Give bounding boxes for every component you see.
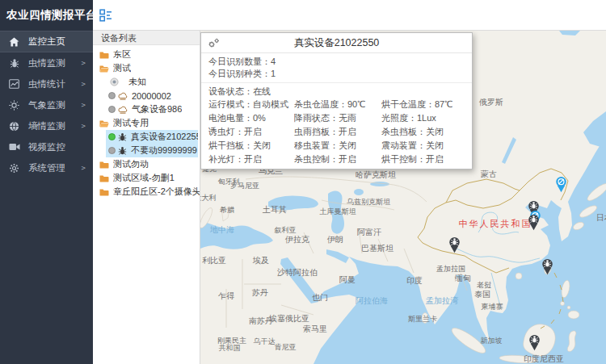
- popup-status-row: 设备状态：在线: [201, 86, 472, 98]
- chevron-right-icon: >: [82, 164, 86, 172]
- device-marker-insect[interactable]: [528, 214, 540, 231]
- sidebar-item-video-monitor[interactable]: 视频监控: [0, 136, 93, 157]
- tree-list-icon[interactable]: [99, 9, 112, 22]
- folder-closed-icon: [99, 174, 109, 182]
- weather-device-icon: [118, 105, 128, 114]
- popup-grid-row: 电池电量：0% 降雨状态：无雨 光照度：1Lux: [201, 111, 472, 125]
- home-icon: [8, 37, 20, 47]
- tree-label: 测试专用: [113, 117, 149, 129]
- tree-label: 测试勿动: [113, 158, 149, 170]
- gear-icon: [8, 163, 20, 174]
- popup-grid-cell: 烘干控制：开启: [381, 153, 465, 166]
- status-dot-offline: [108, 147, 116, 154]
- device-marker-insect[interactable]: [448, 236, 461, 253]
- sidebar-item-label: 系统管理: [28, 162, 82, 174]
- settings-gears-icon[interactable]: [208, 38, 220, 48]
- popup-grid-cell: 移虫装置：关闭: [294, 139, 381, 153]
- camera-icon: [8, 143, 20, 151]
- popup-grid-row: 运行模式：自动模式 杀虫仓温度：90℃ 烘干仓温度：87℃: [201, 98, 472, 111]
- status-dot-offline: [108, 92, 116, 99]
- popup-grid-cell: 烘干仓温度：87℃: [381, 98, 465, 111]
- popup-grid-cell: 震动装置：关闭: [381, 139, 465, 153]
- popup-grid-cell: 光照度：1Lux: [381, 111, 465, 125]
- popup-grid-cell: 杀虫控制：开启: [294, 153, 381, 166]
- weather-device-icon: [118, 91, 128, 100]
- insect-device-icon: [118, 132, 127, 142]
- tree-label: 气象设备986: [132, 103, 182, 115]
- sidebar-item-insect-monitor[interactable]: 虫情监测 >: [0, 52, 93, 73]
- sidebar-item-label: 墒情监测: [28, 120, 82, 132]
- chevron-right-icon: >: [82, 80, 86, 88]
- folder-closed-icon: [99, 188, 109, 196]
- sidebar-item-label: 视频监控: [28, 141, 86, 153]
- tree-device-unknown[interactable]: 未知: [93, 75, 200, 89]
- sidebar-menu: 监控主页 虫情监测 > 虫情统计 > 气象监测 >: [0, 31, 93, 178]
- sidebar-item-label: 监控主页: [28, 36, 86, 48]
- popup-summary-section: 今日识别数量：4 今日识别种类：1: [201, 53, 472, 83]
- stats-icon: [8, 79, 20, 89]
- tree-label: 章丘阳丘区-2个摄像头: [113, 186, 200, 198]
- tree-label: 东区: [113, 48, 131, 61]
- popup-detail-section: 设备状态：在线 运行模式：自动模式 杀虫仓温度：90℃ 烘干仓温度：87℃ 电池…: [201, 83, 472, 169]
- folder-closed-icon: [99, 51, 109, 59]
- tree-label: 测试区域-勿删1: [113, 172, 175, 184]
- tree-device-weather-986[interactable]: 气象设备986: [93, 103, 200, 116]
- device-marker-insect[interactable]: [528, 334, 541, 351]
- tree-folder-test-region[interactable]: 测试区域-勿删1: [93, 171, 200, 185]
- tree-label: 不要动99999999: [131, 144, 197, 157]
- tree-folder-test-special[interactable]: 测试专用: [93, 116, 200, 130]
- popup-grid-cell: 电池电量：0%: [208, 111, 294, 125]
- folder-open-icon: [99, 119, 109, 128]
- sun-icon: [8, 100, 20, 111]
- tree-label: 未知: [128, 76, 146, 88]
- sidebar-item-label: 虫情统计: [28, 78, 82, 90]
- bug-icon: [8, 58, 20, 69]
- app-title: 农业四情测报平台: [0, 0, 93, 31]
- popup-grid-row: 烘干挡板：关闭 移虫装置：关闭 震动装置：关闭: [201, 139, 472, 153]
- sidebar-item-soil-monitor[interactable]: 墒情监测 >: [0, 115, 93, 136]
- popup-grid-cell: 补光灯：开启: [208, 153, 294, 166]
- popup-grid-cell: 虫雨挡板：开启: [294, 125, 381, 139]
- chevron-right-icon: >: [82, 122, 86, 130]
- tree-device-20000002[interactable]: 20000002: [93, 89, 200, 103]
- popup-title: 真实设备21022550: [201, 36, 472, 50]
- device-list-panel: 设备列表 东区 测试 未知 20000002: [93, 31, 200, 364]
- device-info-popup: 真实设备21022550 今日识别数量：4 今日识别种类：1 设备状态：在线 运…: [200, 32, 473, 169]
- world-map[interactable]: 俄罗斯蒙古日本捷克乌克兰哈萨克斯坦匈牙利罗马尼亚意大利希腊土耳其乌兹别克斯坦土库…: [200, 31, 606, 364]
- tree-label: 测试: [113, 62, 131, 74]
- tree-device-donottouch[interactable]: 不要动99999999: [106, 144, 198, 157]
- folder-open-icon: [99, 65, 109, 73]
- tree-label: 20000002: [132, 91, 171, 101]
- device-marker-insect[interactable]: [541, 258, 553, 275]
- popup-grid-cell: 杀虫挡板：关闭: [381, 125, 465, 139]
- sidebar-item-label: 气象监测: [28, 99, 82, 111]
- popup-grid-row: 补光灯：开启 杀虫控制：开启 烘干控制：开启: [201, 153, 472, 166]
- device-marker-weather[interactable]: [555, 176, 567, 193]
- chevron-right-icon: >: [82, 59, 86, 67]
- sidebar-item-insect-stats[interactable]: 虫情统计 >: [0, 73, 93, 94]
- status-dot-online: [108, 133, 116, 140]
- sidebar-item-weather-monitor[interactable]: 气象监测 >: [0, 94, 93, 115]
- chevron-right-icon: >: [82, 101, 86, 109]
- popup-grid-cell: 降雨状态：无雨: [294, 111, 381, 125]
- tree-folder-east[interactable]: 东区: [93, 48, 200, 61]
- device-tree: 东区 测试 未知 20000002 气象设备986: [93, 45, 200, 199]
- popup-summary-row: 今日识别数量：4: [201, 56, 472, 68]
- globe-icon: [8, 121, 20, 132]
- sidebar-item-monitor-home[interactable]: 监控主页: [0, 31, 93, 52]
- sidebar-item-label: 虫情监测: [28, 57, 82, 69]
- tree-device-real-21022550[interactable]: 真实设备21022550: [106, 130, 198, 144]
- unknown-marker-icon: [110, 77, 119, 86]
- tree-folder-test[interactable]: 测试: [93, 61, 200, 75]
- popup-grid-row: 诱虫灯：开启 虫雨挡板：开启 杀虫挡板：关闭: [201, 125, 472, 139]
- tree-label: 真实设备21022550: [131, 131, 198, 143]
- sidebar: 农业四情测报平台 监控主页 虫情监测 > 虫情统计 > 气象: [0, 0, 93, 364]
- sidebar-item-system-admin[interactable]: 系统管理 >: [0, 157, 93, 178]
- popup-summary-row: 今日识别种类：1: [201, 68, 472, 80]
- popup-grid-cell: 烘干挡板：关闭: [208, 139, 294, 153]
- popup-header: 真实设备21022550: [201, 33, 472, 53]
- popup-grid-cell: 诱虫灯：开启: [208, 125, 294, 139]
- tree-folder-zhangqiu[interactable]: 章丘阳丘区-2个摄像头: [93, 185, 200, 199]
- folder-closed-icon: [99, 161, 109, 169]
- tree-folder-test-donotmove[interactable]: 测试勿动: [93, 157, 200, 171]
